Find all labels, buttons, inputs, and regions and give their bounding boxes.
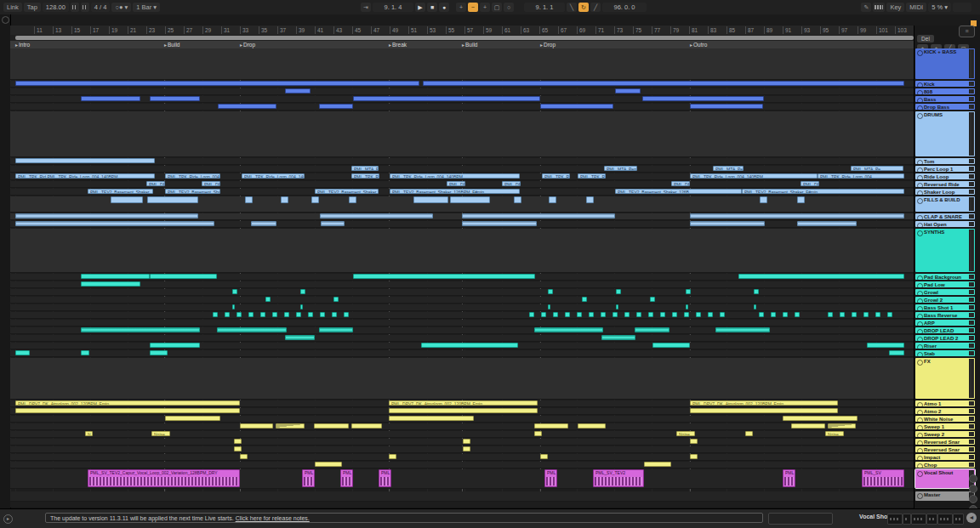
clip-pml-sv-tev2[interactable]: PML_SV_TEV2 — [593, 469, 644, 487]
side-round-button[interactable] — [969, 485, 977, 493]
record-arm-icon[interactable] — [917, 82, 923, 88]
capture-midi-button[interactable]: + — [480, 3, 490, 12]
scrollbar-grip-icon[interactable]: ≡ — [959, 26, 975, 37]
clip[interactable] — [650, 297, 655, 302]
clip-pml[interactable]: PML — [379, 469, 391, 487]
clip-pml-dpv7-dk-atmoloop-002[interactable]: PML_DPV7_DK_Atmoloop_002_120BPM_Emin — [389, 400, 538, 406]
clip[interactable] — [534, 423, 568, 429]
clip[interactable] — [636, 312, 641, 317]
track-header-bass[interactable]: Bass — [915, 96, 975, 102]
clip[interactable] — [15, 350, 30, 355]
clip[interactable] — [648, 312, 653, 317]
clip[interactable] — [234, 439, 242, 444]
loop-switch-button[interactable]: ↻ — [578, 3, 589, 12]
record-arm-icon[interactable] — [917, 352, 923, 357]
clip[interactable] — [150, 343, 200, 348]
clip-pml-mta-perc[interactable]: PML_MTA_Perc — [604, 166, 637, 171]
clip[interactable] — [15, 158, 155, 163]
clip[interactable] — [644, 462, 671, 467]
clip-pml-tpk-ride-loop-004-14[interactable]: PML_TPK_Ride_Loop_004_140BPM — [690, 173, 818, 179]
clip[interactable] — [353, 96, 540, 101]
clip[interactable] — [353, 274, 535, 279]
tempo-field[interactable]: 128.00 — [43, 3, 69, 12]
clip[interactable] — [462, 221, 537, 226]
record-arm-icon[interactable] — [917, 90, 923, 95]
clip[interactable] — [791, 423, 825, 429]
record-arm-icon[interactable] — [917, 306, 923, 311]
clip[interactable] — [421, 343, 518, 348]
clip[interactable] — [463, 439, 470, 444]
record-arm-icon[interactable] — [917, 183, 923, 188]
locator-build[interactable]: Build — [164, 41, 179, 48]
clip[interactable] — [15, 213, 198, 219]
record-arm-icon[interactable] — [917, 175, 923, 180]
play-button[interactable]: ▶ — [415, 3, 425, 12]
clip[interactable] — [529, 312, 534, 317]
clip-pml-tev2-basement-shaker[interactable]: PML_TEV2_Basement_Shaker_126B — [615, 189, 742, 194]
clip[interactable] — [234, 446, 242, 451]
clip-pml-sv-tev2-capuz-vocal-[interactable]: PML_SV_TEV2_Capuz_Vocal_Loop_002_Variati… — [88, 469, 240, 487]
count-in-icon[interactable] — [81, 3, 89, 12]
key-map-button[interactable]: Key — [886, 3, 904, 12]
record-arm-icon[interactable] — [917, 283, 923, 288]
record-arm-icon[interactable] — [917, 98, 923, 103]
clip-pml-tpk-ri[interactable]: PML_TPK_Ri — [351, 173, 379, 179]
clip-pml-dp[interactable]: PML_DP — [202, 181, 220, 186]
clip[interactable] — [797, 221, 857, 226]
clip[interactable] — [612, 312, 618, 317]
clip-noise[interactable]: Noise — [825, 431, 844, 436]
record-arm-icon[interactable] — [917, 425, 923, 430]
record-arm-icon[interactable] — [917, 410, 923, 415]
clip[interactable] — [315, 462, 342, 467]
loop-circle-button[interactable]: ○ — [504, 3, 514, 12]
clip-pml[interactable]: PML — [544, 469, 557, 487]
clip[interactable] — [582, 297, 587, 302]
clip[interactable] — [351, 423, 382, 429]
mini-clip-box[interactable] — [926, 514, 937, 525]
track-header-fx[interactable]: FX — [915, 358, 975, 399]
locator-drop[interactable]: Drop — [240, 41, 255, 48]
locator-break[interactable]: Break — [389, 41, 407, 48]
clip[interactable] — [81, 281, 140, 287]
clip-pml-dp[interactable]: PML_DP — [146, 181, 165, 186]
clip-pml-dp[interactable]: PML_DP — [801, 181, 819, 186]
track-header-tom[interactable]: Tom — [915, 158, 975, 164]
tap-tempo-button[interactable]: Tap — [24, 3, 41, 12]
clip[interactable] — [314, 423, 349, 429]
clip-pml-dpv7-dk-atmoloop-002[interactable]: PML_DPV7_DK_Atmoloop_002_120BPM_Emin — [15, 400, 240, 406]
track-header-chop[interactable]: Chop — [915, 462, 975, 468]
clip[interactable] — [686, 304, 688, 309]
mini-clip-box[interactable] — [887, 514, 903, 525]
clip[interactable] — [624, 312, 630, 317]
clip-pml-tpk-ride-loop-004[interactable]: PML_TPK_Ride_Loop_004 — [818, 173, 904, 179]
clip[interactable] — [218, 104, 276, 109]
clip-pml-tev2-basement-shaker[interactable]: PML_TEV2_Basement_Shaker_F#min — [742, 189, 904, 194]
clip[interactable] — [150, 274, 217, 279]
record-arm-icon[interactable] — [917, 471, 923, 477]
clip[interactable] — [232, 289, 237, 294]
clip-pml-dp[interactable]: PML_DP — [502, 181, 521, 186]
link-button[interactable]: Link — [3, 3, 22, 12]
clip-pml-tev2-basement-shaker[interactable]: PML_TEV2_Basement_Shaker_126BPM_F#min — [390, 189, 520, 194]
clip[interactable] — [284, 312, 289, 317]
clip[interactable] — [344, 312, 349, 317]
clip-pml-mta-pe[interactable]: PML_MTA_Pe — [713, 166, 744, 171]
locator-build[interactable]: Build — [462, 41, 477, 48]
clip[interactable] — [333, 297, 339, 302]
record-arm-icon[interactable] — [917, 314, 923, 319]
clip[interactable] — [863, 312, 869, 317]
clip[interactable] — [285, 88, 311, 94]
record-arm-icon[interactable] — [917, 402, 923, 407]
clip[interactable] — [285, 335, 315, 340]
clip[interactable] — [81, 96, 140, 101]
mini-clip-box[interactable] — [903, 514, 911, 525]
clip[interactable] — [616, 304, 618, 309]
clip[interactable] — [690, 439, 698, 444]
clip[interactable] — [889, 350, 904, 355]
clip[interactable] — [578, 423, 606, 429]
clip[interactable] — [245, 196, 253, 203]
clip[interactable] — [708, 312, 713, 317]
clip[interactable] — [690, 454, 698, 459]
track-header-growl[interactable]: Growl — [915, 289, 975, 295]
clip-pml-dpv7-dk-atmoloop-002[interactable]: PML_DPV7_DK_Atmoloop_002_120BPM_Emin — [690, 400, 838, 406]
